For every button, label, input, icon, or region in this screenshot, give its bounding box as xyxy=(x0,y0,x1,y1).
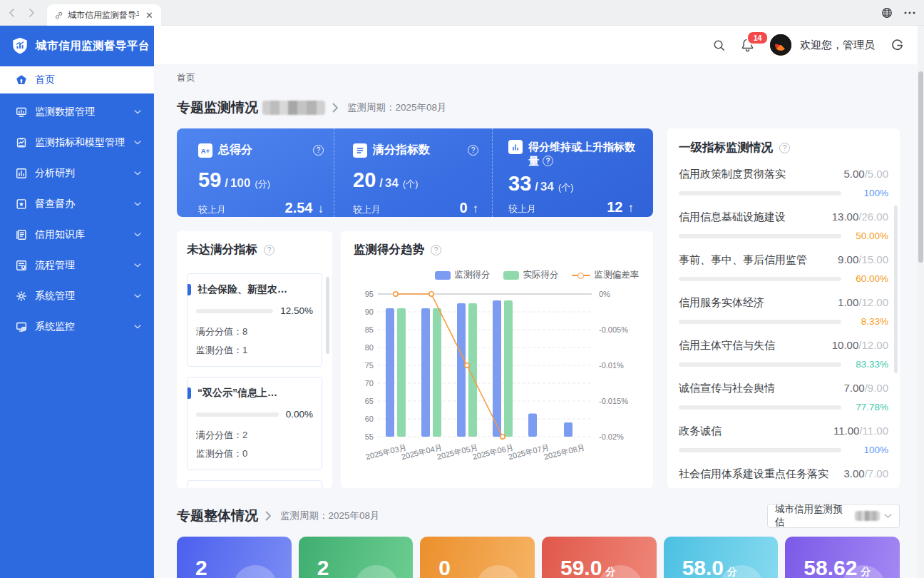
svg-text:0%: 0% xyxy=(599,290,610,298)
indicator-row: 事前、事中、事后信用监管9.00/15.0060.00% xyxy=(679,253,888,284)
stat-title: 得分维持或上升指标数量? xyxy=(528,140,638,168)
browser-menu-icon[interactable] xyxy=(904,11,915,14)
chevron-right-icon[interactable] xyxy=(265,511,272,521)
monitor-period: 监测周期：2025年08月 xyxy=(280,509,380,522)
legend-item[interactable]: 监测得分 xyxy=(435,269,491,281)
chevron-down-icon xyxy=(134,233,141,237)
indicator-score: 9.00/15.00 xyxy=(838,253,888,265)
svg-text:85: 85 xyxy=(365,325,374,334)
indicator-name: 政务诚信 xyxy=(679,425,722,438)
metric-value: 2 xyxy=(317,556,329,578)
panel-scrollbar[interactable] xyxy=(326,277,329,354)
progress-track xyxy=(679,362,841,367)
metric-card: 2 xyxy=(299,537,414,578)
progress-track xyxy=(679,234,841,238)
knowledge-icon xyxy=(16,229,27,240)
sidebar-item-supervise[interactable]: 督查督办 xyxy=(0,188,154,219)
help-icon[interactable]: ? xyxy=(264,245,274,255)
indicator-score: 10.00/12.00 xyxy=(832,339,888,351)
progress-track xyxy=(679,448,841,452)
shield-logo-icon xyxy=(11,36,29,55)
stats-card: A+ 总得分 ? 59 / 100 (分) 较上月 2.54 ↓ xyxy=(177,128,653,217)
monitor-data-icon xyxy=(16,106,27,118)
legend-item[interactable]: 监测偏差率 xyxy=(572,269,640,281)
indicator-name: 事前、事中、事后信用监管 xyxy=(679,253,807,267)
sidebar-item-workflow[interactable]: 流程管理 xyxy=(0,250,154,280)
progress-track xyxy=(679,405,841,410)
chevron-down-icon xyxy=(134,263,141,268)
metric-card: 2 xyxy=(177,537,292,578)
svg-text:95: 95 xyxy=(365,290,374,298)
tab-close-icon[interactable]: ✕ xyxy=(143,10,155,21)
sidebar-item-label: 系统监控 xyxy=(35,320,75,333)
browser-tab[interactable]: 城市信用监测督导平台 ✕ xyxy=(47,4,161,26)
chevron-right-icon[interactable] xyxy=(332,103,339,113)
a-plus-icon: A+ xyxy=(198,143,212,158)
panel-scrollbar[interactable] xyxy=(894,206,898,373)
app-header: 14 欢迎您，管理员 xyxy=(154,26,924,64)
topic-select-dropdown[interactable]: 城市信用监测预估 xyxy=(767,504,900,528)
indicator-percent: 8.33% xyxy=(847,316,888,327)
notification-bell-icon[interactable]: 14 xyxy=(741,38,754,52)
indicator-score: 5.00/5.00 xyxy=(843,168,888,180)
forward-icon[interactable] xyxy=(26,8,36,18)
sidebar-item-label: 信用知识库 xyxy=(35,228,85,241)
back-icon[interactable] xyxy=(7,8,17,18)
svg-text:-0.01%: -0.01% xyxy=(599,361,624,370)
sidebar-item-indicator-model[interactable]: 监测指标和模型管理 xyxy=(0,127,154,158)
sidebar-item-label: 分析研判 xyxy=(35,167,75,180)
metric-value: 58.0 xyxy=(682,556,724,578)
progress-track xyxy=(679,191,841,196)
panel-title: 一级指标监测情况 xyxy=(679,140,773,156)
sidebar-item-monitor-data[interactable]: 监测数据管理 xyxy=(0,96,154,127)
system-monitor-icon xyxy=(16,321,27,333)
globe-icon[interactable] xyxy=(881,7,893,19)
search-icon[interactable] xyxy=(713,39,725,51)
chevron-down-icon xyxy=(134,141,141,145)
indicator-percent: 60.00% xyxy=(847,273,888,284)
stat-full-indicators: 满分指标数 ? 20 / 34 (个) 较上月 0 ↑ xyxy=(334,128,492,217)
svg-text:-0.02%: -0.02% xyxy=(599,432,624,441)
metric-card: 58.62分 A+ xyxy=(785,537,900,578)
unmet-item[interactable]: 社会保险、新型农… 12.50% 满分分值：8 监测分值：1 xyxy=(187,273,322,367)
sidebar-item-analysis[interactable]: 分析研判 xyxy=(0,158,154,188)
unmet-item-partial[interactable] xyxy=(187,480,322,488)
help-icon[interactable]: ? xyxy=(313,145,324,156)
trend-up-arrow: ↑ xyxy=(473,202,479,216)
avatar[interactable] xyxy=(770,34,791,56)
progress-track xyxy=(679,277,841,281)
svg-text:75: 75 xyxy=(365,361,374,370)
help-icon[interactable]: ? xyxy=(431,245,441,255)
sidebar-item-label: 监测数据管理 xyxy=(35,106,95,118)
stat-value: 33 xyxy=(508,172,531,196)
page-scrollbar-thumb[interactable] xyxy=(918,71,923,263)
indicator-name: 社会信用体系建设重点任务落实 xyxy=(679,467,828,481)
sidebar-item-system-monitor[interactable]: 系统监控 xyxy=(0,311,154,342)
trend-chart: 5560657075808590950%-0.005%-0.01%-0.015%… xyxy=(354,285,637,470)
sidebar-item-home[interactable]: 首页 xyxy=(0,66,154,93)
logout-icon[interactable] xyxy=(890,39,904,52)
metric-value: 0 xyxy=(438,556,451,578)
legend-item[interactable]: 实际得分 xyxy=(503,269,559,281)
stat-title: 满分指标数 xyxy=(373,143,430,158)
sidebar: 城市信用监测督导平台 首页 监测数据管理 监测指标和模型管理 分析研判 督查督办 xyxy=(0,26,154,578)
svg-text:2025年05月: 2025年05月 xyxy=(436,442,479,461)
chevron-down-icon xyxy=(134,171,141,176)
help-icon[interactable]: ? xyxy=(543,156,553,166)
svg-text:55: 55 xyxy=(365,432,374,441)
supervise-icon xyxy=(16,198,27,210)
indicator-row: 政务诚信11.00/11.00100% xyxy=(679,425,888,455)
indicator-score: 13.00/26.00 xyxy=(832,211,888,223)
unmet-item[interactable]: “双公示”信息上… 0.00% 满分分值：2 监测分值：0 xyxy=(187,377,322,470)
sidebar-item-label: 系统管理 xyxy=(35,290,75,303)
sidebar-item-knowledge[interactable]: 信用知识库 xyxy=(0,219,154,250)
indicator-name: 信用信息基础设施建设 xyxy=(679,211,786,224)
metric-value: 2 xyxy=(195,556,207,578)
chevron-down-icon xyxy=(134,110,141,114)
level1-indicator-panel: 一级指标监测情况 ? 信用政策制度贯彻落实5.00/5.00100%信用信息基础… xyxy=(667,128,900,488)
help-icon[interactable]: ? xyxy=(779,143,790,153)
sidebar-item-system-settings[interactable]: 系统管理 xyxy=(0,280,154,311)
overall-metric-cards: 2 2 0 59.0分 58.0分 58.62分 A+ xyxy=(177,537,900,578)
help-icon[interactable]: ? xyxy=(468,145,478,156)
sidebar-item-label: 流程管理 xyxy=(35,259,75,272)
